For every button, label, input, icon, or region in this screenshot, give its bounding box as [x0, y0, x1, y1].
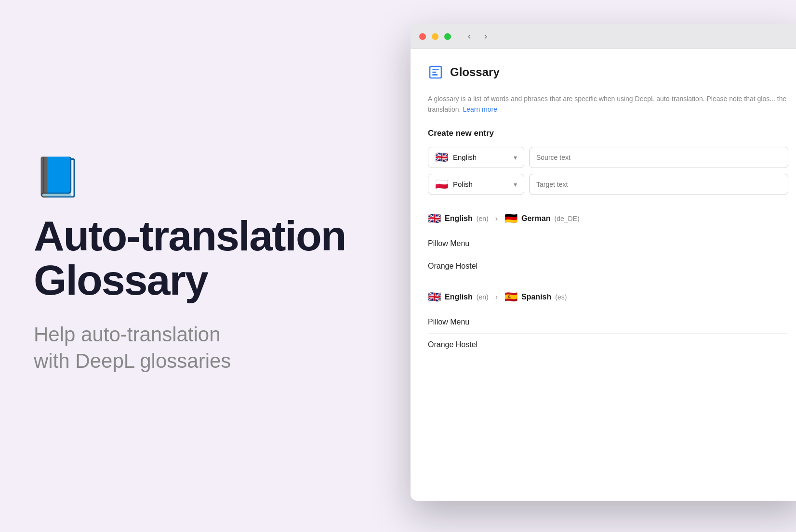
- source-lang-name: English: [445, 293, 473, 301]
- source-entry-form: 🇬🇧 English ▾: [428, 147, 788, 168]
- entry-group-header: 🇬🇧 English (en) › 🇪🇸 Spanish (es): [428, 291, 788, 303]
- left-panel: 📘 Auto-translation Glossary Help auto-tr…: [0, 0, 414, 532]
- target-lang-code: (es): [555, 293, 567, 301]
- forward-button[interactable]: ›: [479, 30, 492, 43]
- target-lang-name: Spanish: [521, 293, 551, 301]
- list-item: Pillow Menu: [428, 311, 788, 334]
- arrow-icon: ›: [495, 214, 498, 223]
- traffic-light-yellow[interactable]: [432, 33, 438, 40]
- target-lang-pair: 🇪🇸 Spanish (es): [504, 291, 567, 303]
- source-flag: 🇬🇧: [435, 152, 448, 163]
- section-title: Create new entry: [428, 129, 788, 138]
- list-item: Orange Hostel: [428, 255, 788, 277]
- target-lang-code: (de_DE): [554, 215, 579, 222]
- target-text-input[interactable]: [529, 174, 788, 195]
- target-flag: 🇵🇱: [435, 179, 448, 190]
- back-button[interactable]: ‹: [463, 30, 476, 43]
- glossary-icon: [428, 65, 443, 80]
- entry-group-en-es: 🇬🇧 English (en) › 🇪🇸 Spanish (es) Pillow…: [428, 291, 788, 356]
- source-lang-pair: 🇬🇧 English (en): [428, 291, 489, 303]
- browser-window: ‹ › Glossary A glossary is a list of wor…: [411, 24, 796, 501]
- description-text: A glossary is a list of words and phrase…: [428, 93, 788, 115]
- arrow-icon: ›: [495, 293, 498, 301]
- target-lang-pair: 🇩🇪 German (de_DE): [504, 212, 580, 225]
- entries-section: 🇬🇧 English (en) › 🇩🇪 German (de_DE) Pill…: [428, 212, 788, 356]
- source-chevron-icon: ▾: [514, 154, 517, 161]
- entry-group-header: 🇬🇧 English (en) › 🇩🇪 German (de_DE): [428, 212, 788, 225]
- target-lang-select[interactable]: 🇵🇱 Polish ▾: [428, 174, 524, 195]
- target-lang-flag: 🇩🇪: [504, 212, 517, 225]
- source-text-input[interactable]: [529, 147, 788, 168]
- source-lang-flag: 🇬🇧: [428, 291, 441, 303]
- browser-content: Glossary A glossary is a list of words a…: [411, 49, 796, 501]
- traffic-light-red[interactable]: [419, 33, 426, 40]
- main-title: Auto-translation Glossary: [34, 214, 376, 303]
- source-lang-code: (en): [477, 293, 489, 301]
- browser-titlebar: ‹ ›: [411, 24, 796, 49]
- target-chevron-icon: ▾: [514, 181, 517, 188]
- book-emoji: 📘: [34, 158, 376, 196]
- source-lang-name: English: [453, 153, 509, 161]
- source-lang-select[interactable]: 🇬🇧 English ▾: [428, 147, 524, 168]
- panel-title: Glossary: [450, 65, 500, 79]
- target-lang-name: Polish: [453, 180, 509, 188]
- source-lang-flag: 🇬🇧: [428, 212, 441, 225]
- entry-group-en-de: 🇬🇧 English (en) › 🇩🇪 German (de_DE) Pill…: [428, 212, 788, 277]
- list-item: Orange Hostel: [428, 334, 788, 356]
- target-lang-name: German: [521, 214, 550, 223]
- target-lang-flag: 🇪🇸: [504, 291, 517, 303]
- source-lang-pair: 🇬🇧 English (en): [428, 212, 489, 225]
- traffic-light-green[interactable]: [444, 33, 451, 40]
- panel-header: Glossary: [428, 65, 788, 80]
- learn-more-link[interactable]: Learn more: [463, 105, 497, 113]
- source-lang-code: (en): [477, 215, 489, 222]
- nav-buttons: ‹ ›: [463, 30, 492, 43]
- subtitle: Help auto-translation with DeepL glossar…: [34, 322, 376, 374]
- source-lang-name: English: [445, 214, 473, 223]
- target-entry-form: 🇵🇱 Polish ▾: [428, 174, 788, 195]
- list-item: Pillow Menu: [428, 233, 788, 255]
